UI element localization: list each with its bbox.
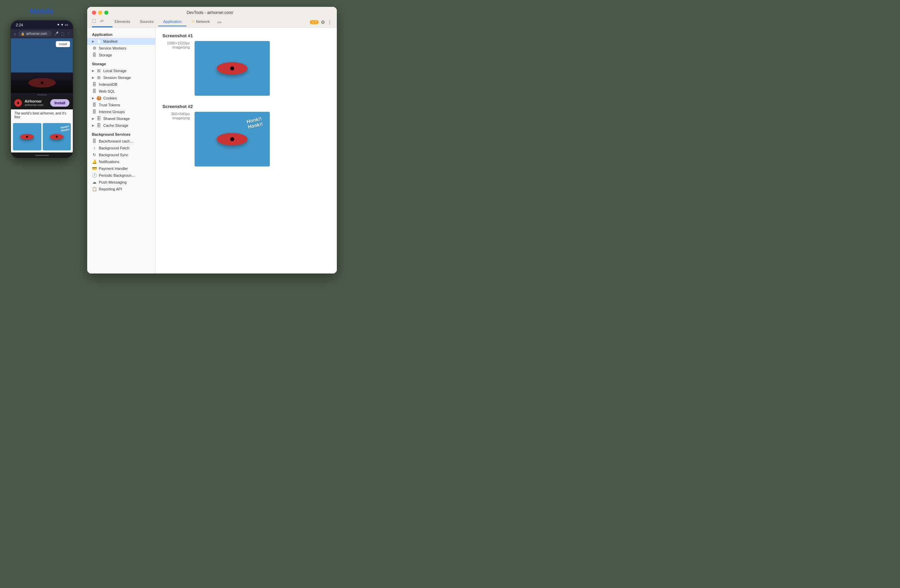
sidebar-item-interest-groups[interactable]: 🗄 Interest Groups [87, 109, 155, 115]
background-sync-icon: ↻ [92, 152, 97, 157]
local-storage-icon: ⊞ [96, 68, 101, 73]
sidebar-item-background-sync[interactable]: ↻ Background Sync [87, 152, 155, 158]
sidebar-item-indexeddb[interactable]: 🗄 IndexedDB [87, 81, 155, 88]
sidebar-item-notifications[interactable]: 🔔 Notifications [87, 158, 155, 165]
mobile-phone: 2:24 ✦ ▾ ▭ ⌂ 🔒 airhorner.com 🎤 ⬚ ⋮ Insta… [10, 20, 73, 158]
phone-screenshot-1 [13, 123, 41, 150]
tab-application[interactable]: Application [158, 17, 186, 26]
tab-sources[interactable]: Sources [135, 17, 158, 26]
banner-text: Airhorner airhorner.com [25, 99, 43, 107]
background-fetch-icon: ↕ [92, 146, 97, 150]
screenshot-2-type: image/png [163, 116, 190, 120]
tab-actions: ⚠ 2 ⚙ ⋮ [310, 20, 332, 26]
lock-icon: 🔒 [21, 32, 25, 36]
notifications-icon: 🔔 [92, 159, 97, 164]
maximize-button[interactable] [104, 11, 109, 15]
banner-app-name: Airhorner [25, 99, 43, 103]
indexeddb-icon: 🗄 [92, 82, 97, 87]
microphone-icon[interactable]: 🎤 [54, 31, 59, 36]
banner-icon-dot [17, 102, 19, 104]
phone-horn-2 [50, 134, 64, 140]
sidebar-item-service-workers[interactable]: ⚙ Service Workers [87, 45, 155, 52]
back-forward-cache-icon: 🗄 [92, 139, 97, 144]
sidebar-item-web-sql[interactable]: 🗄 Web SQL [87, 88, 155, 95]
pull-handle-bar [37, 95, 47, 95]
sidebar-item-background-fetch[interactable]: ↕ Background Fetch [87, 144, 155, 152]
phone-horn-1 [20, 134, 34, 140]
phone-horn-area [11, 73, 73, 93]
screenshot-2-meta: 360×640px image/png Honk!!Honk!! [163, 112, 330, 166]
web-sql-icon: 🗄 [92, 89, 97, 94]
mobile-section: Mobile 2:24 ✦ ▾ ▭ ⌂ 🔒 airhorner.com 🎤 ⬚ … [10, 7, 73, 158]
install-button-banner[interactable]: Install [50, 99, 70, 107]
traffic-lights [92, 11, 109, 15]
tab-more[interactable]: >> [214, 18, 224, 26]
devtools-window: DevTools - airhorner.com/ ⬚ ▱ Elements S… [87, 7, 337, 273]
device-icon[interactable]: ▱ [100, 18, 106, 24]
phone-url-box[interactable]: 🔒 airhorner.com [18, 31, 52, 37]
manifest-arrow-icon: ▶ [92, 40, 95, 43]
sidebar-item-local-storage[interactable]: ▶ ⊞ Local Storage [87, 67, 155, 74]
reporting-api-icon: 📋 [92, 187, 97, 191]
close-button[interactable] [92, 11, 96, 15]
tab-switcher-icon[interactable]: ⬚ [61, 31, 64, 36]
devtools-tabs-row: ⬚ ▱ Elements Sources Application ⚠ Netwo… [92, 17, 332, 26]
shared-storage-arrow-icon: ▶ [92, 117, 95, 120]
screenshot-1-title: Screenshot #1 [163, 33, 330, 38]
sidebar-item-cache-storage[interactable]: ▶ 🗄 Cache Storage [87, 122, 155, 129]
devtools-accent-bar [92, 26, 113, 27]
screenshot-2-dims: 360×640px [163, 112, 190, 116]
battery-icon: ▭ [65, 23, 68, 27]
devtools-title: DevTools - airhorner.com/ [187, 10, 234, 15]
sidebar-item-back-forward-cache[interactable]: 🗄 Back/forward cach… [87, 138, 155, 144]
minimize-button[interactable] [98, 11, 102, 15]
screenshot-section-2: Screenshot #2 360×640px image/png Honk!!… [163, 104, 330, 166]
phone-honk-text: Honk!!Honk!! [60, 125, 70, 133]
sidebar-section-background: Background Services [87, 132, 155, 138]
sidebar-item-reporting-api[interactable]: 📋 Reporting API [87, 186, 155, 192]
install-button-top[interactable]: Install [56, 41, 70, 47]
session-storage-arrow-icon: ▶ [92, 76, 95, 79]
horn-graphic [28, 78, 56, 87]
tab-elements[interactable]: Elements [110, 17, 135, 26]
phone-menu-icon[interactable]: ⋮ [66, 31, 70, 36]
screenshot-2-honk-text: Honk!!Honk!! [246, 116, 263, 130]
sidebar-item-payment-handler[interactable]: 💳 Payment Handler [87, 165, 155, 172]
more-options-icon[interactable]: ⋮ [327, 20, 332, 25]
screenshot-section-1: Screenshot #1 1080×1920px image/png [163, 33, 330, 96]
trust-tokens-icon: 🗄 [92, 102, 97, 107]
horn-dot [41, 81, 43, 84]
wifi-icon: ▾ [61, 23, 63, 27]
pull-handle [11, 93, 73, 96]
banner-app-icon [14, 99, 22, 107]
devtools-main: Screenshot #1 1080×1920px image/png Scre… [155, 28, 337, 273]
cursor-icon[interactable]: ⬚ [92, 18, 98, 24]
tab-network[interactable]: ⚠ Network [186, 17, 214, 26]
phone-status-bar: 2:24 ✦ ▾ ▭ [11, 20, 73, 29]
screenshot-2-title: Screenshot #2 [163, 104, 330, 109]
sidebar-item-periodic-background[interactable]: 🕐 Periodic Backgroun… [87, 172, 155, 179]
home-icon: ⌂ [14, 31, 16, 36]
sidebar-item-manifest[interactable]: ▶ 📄 Manifest [87, 38, 155, 45]
sidebar-item-session-storage[interactable]: ▶ ⊞ Session Storage [87, 74, 155, 81]
screenshot-1-horn [217, 62, 248, 74]
manifest-file-icon: 📄 [96, 39, 101, 44]
sidebar-item-trust-tokens[interactable]: 🗄 Trust Tokens [87, 102, 155, 109]
devtools-tab-icons: ⬚ ▱ [92, 18, 106, 26]
phone-url-text: airhorner.com [26, 32, 47, 36]
bluetooth-icon: ✦ [57, 23, 60, 27]
settings-icon[interactable]: ⚙ [321, 20, 325, 25]
devtools-titlebar: DevTools - airhorner.com/ ⬚ ▱ Elements S… [87, 7, 337, 28]
banner-description: The world's best airhorner, and it's fre… [11, 109, 73, 121]
sidebar-item-storage[interactable]: 🗄 Storage [87, 52, 155, 59]
titlebar-top: DevTools - airhorner.com/ [92, 10, 332, 15]
phone-install-banner: Airhorner airhorner.com Install [11, 96, 73, 109]
sidebar-item-push-messaging[interactable]: ☁ Push Messaging [87, 179, 155, 186]
cache-storage-icon: 🗄 [96, 123, 101, 128]
periodic-background-icon: 🕐 [92, 173, 97, 178]
sidebar-item-shared-storage[interactable]: ▶ 🗄 Shared Storage [87, 115, 155, 122]
phone-home-bar [11, 152, 73, 158]
screenshot-image-2: Honk!!Honk!! [195, 112, 270, 166]
banner-left: Airhorner airhorner.com [14, 99, 43, 107]
sidebar-item-cookies[interactable]: ▶ 🍪 Cookies [87, 95, 155, 102]
